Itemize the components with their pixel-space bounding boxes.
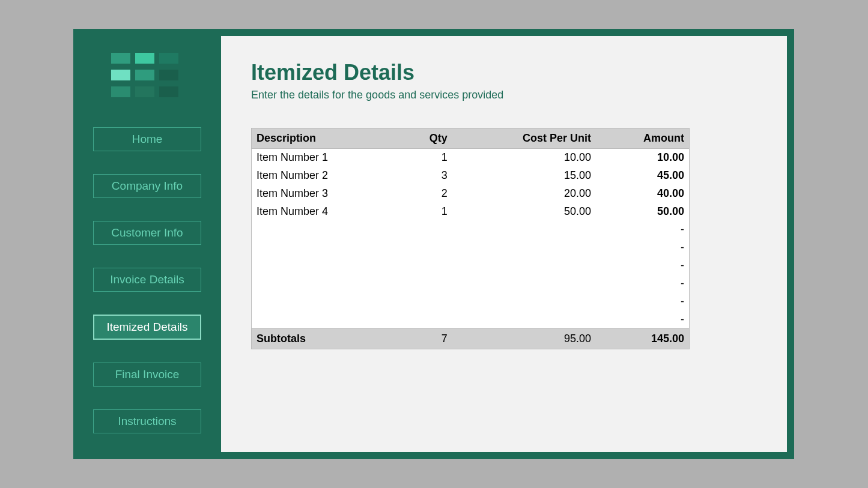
table-header-row: Description Qty Cost Per Unit Amount xyxy=(252,128,690,149)
logo-row xyxy=(111,53,183,64)
cell-cost-per-unit[interactable] xyxy=(452,275,596,293)
cell-description[interactable] xyxy=(252,221,401,239)
cell-amount: - xyxy=(596,239,690,257)
cell-amount: - xyxy=(596,311,690,329)
cell-cost-per-unit[interactable]: 15.00 xyxy=(452,167,596,185)
nav-item-customer-info[interactable]: Customer Info xyxy=(93,221,201,245)
nav-item-instructions[interactable]: Instructions xyxy=(93,409,201,433)
cell-cost-per-unit[interactable]: 20.00 xyxy=(452,185,596,203)
subtotal-label: Subtotals xyxy=(252,329,401,349)
cell-qty[interactable] xyxy=(401,257,452,275)
header-amount: Amount xyxy=(596,128,690,149)
table-row: - xyxy=(252,257,690,275)
cell-description[interactable]: Item Number 2 xyxy=(252,167,401,185)
logo-cell xyxy=(135,86,154,97)
cell-cost-per-unit[interactable] xyxy=(452,239,596,257)
page-subtitle: Enter the details for the goods and serv… xyxy=(251,89,757,101)
cell-description[interactable] xyxy=(252,257,401,275)
cell-description[interactable] xyxy=(252,275,401,293)
nav-item-itemized-details[interactable]: Itemized Details xyxy=(93,315,201,340)
cell-qty[interactable] xyxy=(401,293,452,311)
logo-cell xyxy=(135,53,154,64)
cell-qty[interactable] xyxy=(401,221,452,239)
table-row: Item Number 3220.0040.00 xyxy=(252,185,690,203)
cell-amount: - xyxy=(596,257,690,275)
header-qty: Qty xyxy=(401,128,452,149)
logo-row xyxy=(111,86,183,97)
logo-cell xyxy=(111,53,130,64)
logo-row xyxy=(111,70,183,80)
table-row: - xyxy=(252,293,690,311)
nav: HomeCompany InfoCustomer InfoInvoice Det… xyxy=(93,127,201,433)
subtotal-qty: 7 xyxy=(401,329,452,349)
cell-cost-per-unit[interactable]: 50.00 xyxy=(452,203,596,221)
cell-amount: 10.00 xyxy=(596,149,690,167)
cell-cost-per-unit[interactable] xyxy=(452,257,596,275)
logo-cell xyxy=(159,86,178,97)
table-row: Item Number 1110.0010.00 xyxy=(252,149,690,167)
logo-cell xyxy=(159,70,178,80)
cell-description[interactable]: Item Number 1 xyxy=(252,149,401,167)
subtotal-amount: 145.00 xyxy=(596,329,690,349)
table-row: - xyxy=(252,275,690,293)
logo-cell xyxy=(111,70,130,80)
cell-amount: 50.00 xyxy=(596,203,690,221)
cell-description[interactable]: Item Number 3 xyxy=(252,185,401,203)
subtotal-row: Subtotals 7 95.00 145.00 xyxy=(252,329,690,349)
table-row: - xyxy=(252,221,690,239)
app-frame: HomeCompany InfoCustomer InfoInvoice Det… xyxy=(73,29,794,459)
cell-qty[interactable]: 2 xyxy=(401,185,452,203)
cell-amount: - xyxy=(596,221,690,239)
items-table: Description Qty Cost Per Unit Amount Ite… xyxy=(251,128,690,349)
cell-amount: 40.00 xyxy=(596,185,690,203)
cell-description[interactable] xyxy=(252,293,401,311)
subtotal-cost-per-unit: 95.00 xyxy=(452,329,596,349)
content-area: Itemized Details Enter the details for t… xyxy=(221,36,787,452)
cell-cost-per-unit[interactable] xyxy=(452,293,596,311)
cell-cost-per-unit[interactable] xyxy=(452,311,596,329)
logo-icon xyxy=(111,53,183,103)
table-row: - xyxy=(252,311,690,329)
cell-amount: - xyxy=(596,293,690,311)
cell-qty[interactable] xyxy=(401,275,452,293)
header-cost-per-unit: Cost Per Unit xyxy=(452,128,596,149)
cell-qty[interactable] xyxy=(401,239,452,257)
table-row: - xyxy=(252,239,690,257)
table-row: Item Number 2315.0045.00 xyxy=(252,167,690,185)
page-title: Itemized Details xyxy=(251,60,757,85)
cell-qty[interactable]: 3 xyxy=(401,167,452,185)
header-description: Description xyxy=(252,128,401,149)
nav-item-invoice-details[interactable]: Invoice Details xyxy=(93,268,201,292)
nav-item-final-invoice[interactable]: Final Invoice xyxy=(93,363,201,387)
table-row: Item Number 4150.0050.00 xyxy=(252,203,690,221)
cell-amount: 45.00 xyxy=(596,167,690,185)
nav-item-company-info[interactable]: Company Info xyxy=(93,174,201,198)
cell-amount: - xyxy=(596,275,690,293)
cell-description[interactable] xyxy=(252,311,401,329)
sidebar: HomeCompany InfoCustomer InfoInvoice Det… xyxy=(73,29,221,459)
cell-qty[interactable]: 1 xyxy=(401,149,452,167)
cell-description[interactable] xyxy=(252,239,401,257)
logo-cell xyxy=(135,70,154,80)
cell-cost-per-unit[interactable] xyxy=(452,221,596,239)
nav-item-home[interactable]: Home xyxy=(93,127,201,151)
logo-cell xyxy=(159,53,178,64)
cell-cost-per-unit[interactable]: 10.00 xyxy=(452,149,596,167)
logo-cell xyxy=(111,86,130,97)
cell-qty[interactable]: 1 xyxy=(401,203,452,221)
cell-description[interactable]: Item Number 4 xyxy=(252,203,401,221)
cell-qty[interactable] xyxy=(401,311,452,329)
